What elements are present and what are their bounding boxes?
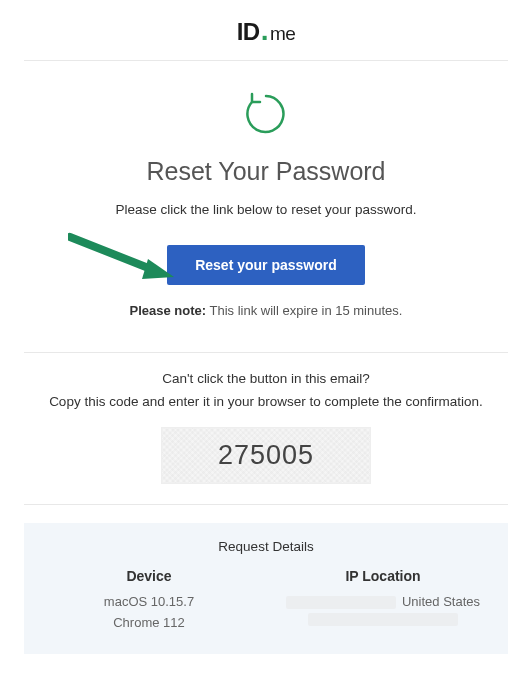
details-title: Request Details xyxy=(42,539,490,554)
idme-logo: ID.me xyxy=(237,18,296,46)
main-section: Reset Your Password Please click the lin… xyxy=(0,61,532,352)
logo-me: me xyxy=(270,23,295,45)
divider-2 xyxy=(24,504,508,505)
device-column: Device macOS 10.15.7 Chrome 112 xyxy=(42,568,256,634)
reset-circle-icon xyxy=(241,89,291,139)
header: ID.me xyxy=(24,0,508,61)
ip-row-2 xyxy=(276,613,490,626)
note-text: This link will expire in 15 minutes. xyxy=(206,303,402,318)
device-header: Device xyxy=(42,568,256,584)
redacted-location xyxy=(308,613,458,626)
request-details-panel: Request Details Device macOS 10.15.7 Chr… xyxy=(24,523,508,654)
expiry-note: Please note: This link will expire in 15… xyxy=(24,303,508,318)
redacted-ip xyxy=(286,596,396,609)
reset-password-button[interactable]: Reset your password xyxy=(167,245,365,285)
alternate-section: Can't click the button in this email? Co… xyxy=(0,371,532,484)
instruction-text: Please click the link below to reset you… xyxy=(24,202,508,217)
device-os: macOS 10.15.7 xyxy=(42,592,256,613)
details-grid: Device macOS 10.15.7 Chrome 112 IP Locat… xyxy=(42,568,490,634)
confirmation-code: 275005 xyxy=(161,427,371,484)
svg-line-0 xyxy=(70,237,156,271)
ip-header: IP Location xyxy=(276,568,490,584)
svg-marker-1 xyxy=(142,259,174,279)
page-heading: Reset Your Password xyxy=(24,157,508,186)
alt-line2: Copy this code and enter it in your brow… xyxy=(24,394,508,409)
button-row: Reset your password xyxy=(24,245,508,285)
device-browser: Chrome 112 xyxy=(42,613,256,634)
alt-line1: Can't click the button in this email? xyxy=(24,371,508,386)
callout-arrow-icon xyxy=(68,231,178,289)
note-bold: Please note: xyxy=(130,303,207,318)
ip-country: United States xyxy=(402,592,480,613)
divider xyxy=(24,352,508,353)
email-container: ID.me Reset Your Password Please click t… xyxy=(0,0,532,654)
ip-column: IP Location United States xyxy=(276,568,490,634)
ip-row-1: United States xyxy=(276,592,490,613)
logo-id: ID xyxy=(237,18,260,46)
